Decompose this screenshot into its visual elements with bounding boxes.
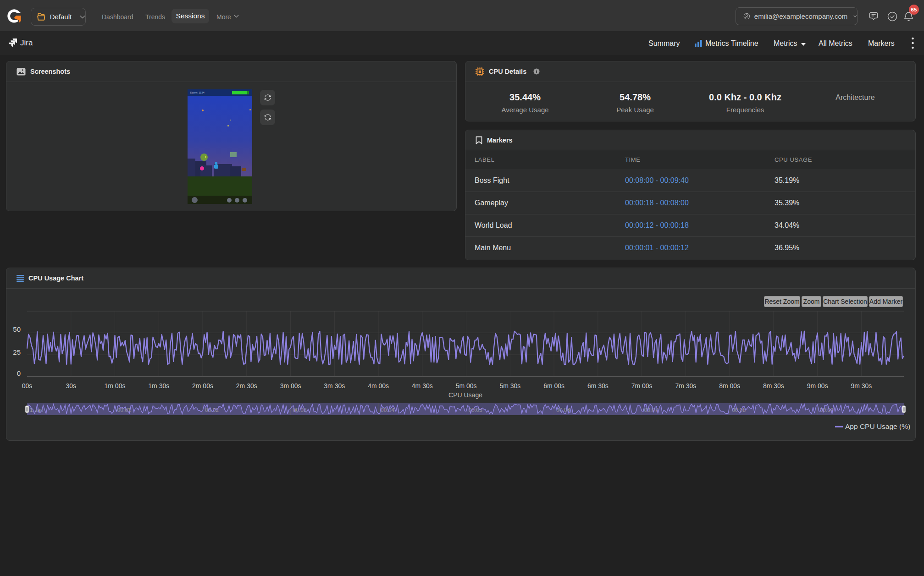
- svg-text:2m 00s: 2m 00s: [192, 382, 213, 389]
- svg-text:4m 30s: 4m 30s: [412, 382, 433, 389]
- svg-text:0: 0: [17, 369, 21, 377]
- svg-text:25: 25: [13, 348, 21, 356]
- svg-text:4m 00s: 4m 00s: [368, 382, 389, 389]
- svg-text:50: 50: [13, 325, 21, 333]
- svg-text:8m 00s: 8m 00s: [719, 382, 740, 389]
- svg-text:00s: 00s: [22, 382, 33, 389]
- svg-text:6m 30s: 6m 30s: [587, 382, 609, 389]
- svg-text:7m 30s: 7m 30s: [675, 382, 696, 389]
- svg-text:CPU Usage: CPU Usage: [448, 391, 482, 399]
- svg-text:7m 00s: 7m 00s: [631, 382, 653, 389]
- svg-text:1m 30s: 1m 30s: [148, 382, 169, 389]
- svg-text:6m 00s: 6m 00s: [543, 382, 564, 389]
- svg-text:3m 30s: 3m 30s: [324, 382, 345, 389]
- svg-text:2m 30s: 2m 30s: [236, 382, 257, 389]
- svg-text:30s: 30s: [66, 382, 77, 389]
- svg-text:8m 30s: 8m 30s: [763, 382, 784, 389]
- svg-text:3m 00s: 3m 00s: [280, 382, 301, 389]
- svg-text:5m 00s: 5m 00s: [456, 382, 477, 389]
- svg-text:9m 00s: 9m 00s: [807, 382, 828, 389]
- svg-text:5m 30s: 5m 30s: [499, 382, 520, 389]
- svg-text:1m 00s: 1m 00s: [105, 382, 126, 389]
- svg-text:App CPU Usage (%): App CPU Usage (%): [845, 422, 910, 430]
- svg-text:9m 30s: 9m 30s: [851, 382, 872, 389]
